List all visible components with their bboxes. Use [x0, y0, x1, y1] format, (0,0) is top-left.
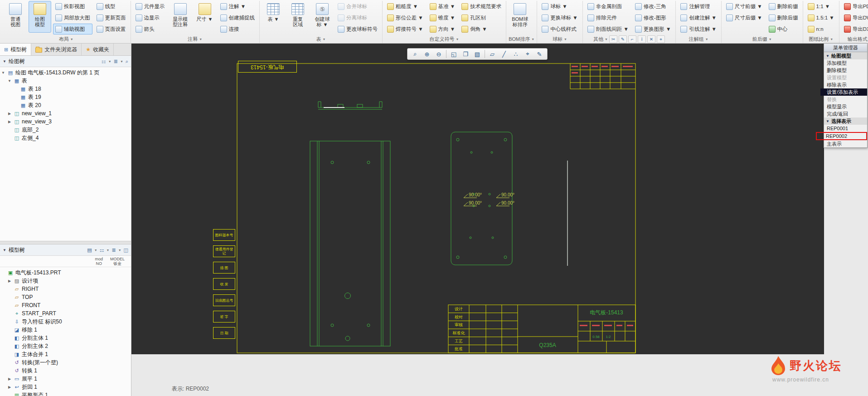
ribbon-group-label-custom-symbols[interactable]: 自定义符号▼: [385, 35, 504, 43]
expander-icon[interactable]: ▶: [7, 279, 12, 283]
roughness-button[interactable]: 粗糙度 ▼: [385, 1, 426, 12]
hatch-spacing-button[interactable]: 剖面线间距 ▼: [585, 24, 631, 34]
expander-icon[interactable]: ▼: [1, 71, 5, 75]
menu-section-drawing-models[interactable]: ▼绘图模型: [824, 52, 867, 59]
scale-1-1-button[interactable]: 1:1 ▼: [805, 1, 837, 12]
detail-view-button[interactable]: 局部放大图: [53, 12, 92, 23]
snap-line-button[interactable]: 创建捕捉线: [218, 12, 257, 23]
tree-row[interactable]: ◪移除 1: [1, 326, 130, 334]
ribbon-group-label-output-format[interactable]: 输出格式▼: [842, 35, 868, 43]
auxiliary-view-button[interactable]: 辅助视图: [53, 24, 92, 34]
list-settings-icon[interactable]: ≣: [114, 59, 118, 64]
tab-favorites[interactable]: ★收藏夹: [82, 44, 114, 55]
expander-icon[interactable]: ▼: [7, 79, 12, 83]
zoom-in-icon[interactable]: ⊕: [422, 49, 432, 59]
csys-icon[interactable]: ⌖: [522, 49, 533, 59]
export-pdf-button[interactable]: 导出PDF: [842, 1, 868, 12]
tree-row[interactable]: ▶◫new_view_1: [1, 109, 130, 117]
tree-row[interactable]: ▦表 18: [1, 85, 130, 93]
tree-row[interactable]: ◫底部_2: [1, 126, 130, 134]
zoom-window-icon[interactable]: ⌕: [410, 49, 421, 59]
expander-icon[interactable]: ▶: [7, 377, 12, 381]
menu-item-set-add-rep[interactable]: 设置/添加表示: [820, 88, 867, 96]
weld-symbol-button[interactable]: 焊接符号 ▼: [385, 24, 426, 34]
tree-row-part-root[interactable]: ▣ 电气板-15413.PRT: [1, 269, 130, 277]
info-icon[interactable]: i: [638, 35, 646, 43]
dim-prefix-button[interactable]: 尺寸前缀 ▼: [724, 1, 765, 12]
balloon-button[interactable]: 球标 ▼: [539, 1, 580, 12]
tree-row[interactable]: ↺转换(第一个壁): [1, 358, 130, 367]
tree-row[interactable]: ▱TOP: [1, 293, 130, 301]
dim-suffix-button[interactable]: 尺寸后缀 ▼: [724, 12, 765, 23]
center-button[interactable]: 中心: [766, 24, 800, 34]
ribbon-group-label-prefix-suffix[interactable]: 前后缀▼: [724, 35, 800, 43]
tree-row[interactable]: ▶◫new_view_3: [1, 117, 130, 126]
chevron-down-icon[interactable]: ▼: [118, 249, 121, 252]
datum-button[interactable]: 基准 ▼: [427, 1, 458, 12]
drawing-models-button[interactable]: 绘图模型: [29, 1, 51, 33]
menu-item-remove-rep[interactable]: 移除表示: [824, 81, 867, 88]
list-settings-icon[interactable]: ≣: [112, 247, 116, 253]
tree-row[interactable]: ▦表 20: [1, 101, 130, 109]
ribbon-group-label-sheet-scale[interactable]: 图纸比例▼: [805, 35, 837, 43]
gtol-button[interactable]: 形位公差 ▼: [385, 12, 426, 23]
taper-button[interactable]: 锥度 ▼: [427, 12, 458, 23]
leader-annotation-button[interactable]: 引线注解 ▼: [678, 24, 719, 34]
tree-row[interactable]: ▦表 19: [1, 93, 130, 101]
delete-suffix-button[interactable]: 删除后缀: [766, 12, 800, 23]
edge-display-button[interactable]: 边显示: [133, 12, 167, 23]
export-dwg-button[interactable]: 导出DWG: [842, 12, 868, 23]
tech-requirements-button[interactable]: 技术规范要求: [459, 1, 504, 12]
scale-1p5-1-button[interactable]: 1.5:1 ▼: [805, 12, 837, 23]
update-sheet-button[interactable]: 更新页面: [94, 12, 128, 23]
tree-row[interactable]: ◧分割主体 1: [1, 334, 130, 342]
attach-button[interactable]: 连接: [218, 24, 257, 34]
tree-row[interactable]: ▶▨设计项: [1, 277, 130, 285]
tree-row[interactable]: ▱RIGHT: [1, 285, 130, 293]
modify-triangle-button[interactable]: 修改-三角: [633, 1, 674, 12]
repeat-region-button[interactable]: 重复区域: [286, 1, 309, 33]
menu-item-done-return[interactable]: 完成/返回: [824, 110, 867, 117]
menu-item-model-display[interactable]: 模型显示: [824, 103, 867, 110]
create-annotation-button[interactable]: 创建注解 ▼: [678, 12, 719, 23]
annotation-display-icon[interactable]: ✎: [534, 49, 545, 59]
tree-row[interactable]: ▶↩折回 1: [1, 383, 130, 391]
show-model-annotations-button[interactable]: 显示模型注释: [169, 1, 192, 33]
page-icon[interactable]: ▤: [87, 247, 92, 253]
note-button[interactable]: 注解 ▼: [218, 1, 257, 12]
tree-row[interactable]: ◫左侧_4: [1, 134, 130, 142]
centerline-style-button[interactable]: 中心线样式: [539, 24, 580, 34]
ribbon-group-label-layout[interactable]: 布局▼: [4, 35, 128, 43]
ribbon-group-label-other[interactable]: 其他▼ ✂ ✎ ⌐ i ✕ ⌖: [585, 35, 674, 43]
tree-row[interactable]: ▥平整形态 1: [1, 391, 130, 396]
display-style-icon[interactable]: ▧: [472, 49, 483, 59]
menu-item-rep0002[interactable]: REP0002: [816, 132, 867, 140]
refit-icon[interactable]: ◱: [448, 49, 459, 59]
table-button[interactable]: 表 ▼: [262, 1, 285, 33]
menu-item-master-rep[interactable]: 主表示: [824, 140, 867, 147]
collapse-icon[interactable]: ▼: [3, 248, 6, 252]
datum-axis-icon[interactable]: ╱: [499, 49, 509, 59]
menu-item-set-model[interactable]: 设置模型: [824, 74, 867, 81]
repaint-icon[interactable]: ❐: [460, 49, 471, 59]
tree-row-drawing-root[interactable]: ▼ ▤ 绘图 电气板-15413.DRW 的第 1 页: [1, 68, 130, 77]
chamfer-button[interactable]: 倒角 ▼: [459, 24, 504, 34]
chevron-down-icon[interactable]: ▼: [108, 60, 112, 63]
projection-view-button[interactable]: 投影视图: [53, 1, 92, 12]
columns-icon[interactable]: ◫: [124, 247, 128, 253]
menu-item-rep0001[interactable]: REP0001: [824, 125, 867, 132]
filter-icon[interactable]: ⚏: [100, 247, 104, 253]
datum-point-icon[interactable]: ∴: [510, 49, 521, 59]
drawing-canvas[interactable]: 设计 校对 审核 标准化 工艺 批准 电气板-15413 Q235A 0.58 …: [131, 44, 824, 354]
trim-icon[interactable]: ✂: [609, 35, 617, 43]
merge-balloon-button[interactable]: 合并球标: [335, 1, 380, 12]
tree-row[interactable]: ◧分割主体 2: [1, 342, 130, 350]
ribbon-group-label-annotate[interactable]: 注释▼: [133, 35, 257, 43]
create-balloon-button[interactable]: ⑤ 创建球标 ▼: [311, 1, 334, 33]
annotation-manager-button[interactable]: 注解管理: [678, 1, 719, 12]
filter-icon[interactable]: ⚏: [102, 59, 106, 64]
export-dxf-button[interactable]: 导出DXF: [842, 24, 868, 34]
component-display-button[interactable]: 元件显示: [133, 1, 167, 12]
sketch-icon[interactable]: ✎: [619, 35, 627, 43]
modify-graphic-button[interactable]: 修改-图形: [633, 12, 674, 23]
